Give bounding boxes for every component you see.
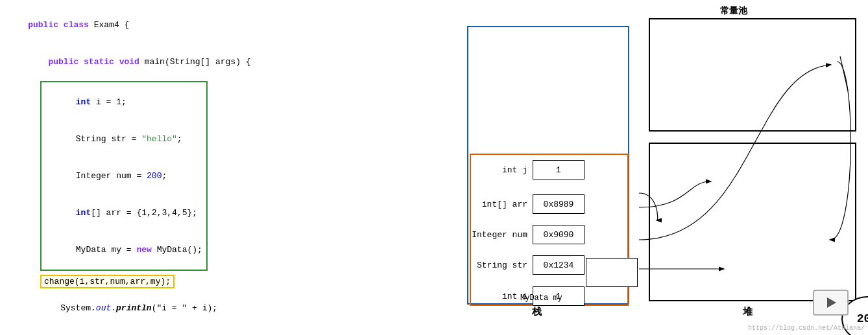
stack-cell-str: 0x1234 bbox=[533, 255, 585, 275]
code-println-2: System.out.println("str = " + str); bbox=[40, 327, 459, 335]
code-println-1: System.out.println("i = " + i); bbox=[40, 290, 459, 327]
change-call-line: change(i,str,num,arr,my); bbox=[40, 275, 459, 288]
stack-label-str: String str bbox=[471, 260, 533, 270]
watermark: https://blog.csdn.net/Athlana/ bbox=[748, 325, 865, 332]
stack-cell-arr: 0x8989 bbox=[533, 194, 585, 214]
stack-label-arr: int[] arr bbox=[471, 200, 533, 209]
stack-var-j: int j 1 bbox=[471, 160, 585, 179]
code-panel: public class Exam4 { public static void … bbox=[0, 0, 467, 335]
play-button[interactable] bbox=[813, 290, 849, 316]
mydata-box bbox=[586, 258, 638, 287]
stack-var-arr: int[] arr 0x8989 bbox=[471, 194, 585, 214]
stack-var-num: Integer num 0x9090 bbox=[471, 225, 585, 244]
code-line-4: String str = "hello"; bbox=[45, 121, 202, 157]
svg-marker-0 bbox=[827, 297, 836, 308]
stack-cell-num: 0x9090 bbox=[533, 225, 585, 244]
code-line-5: Integer num = 200; bbox=[45, 157, 202, 194]
code-line-1: public class Exam4 { bbox=[8, 6, 459, 43]
heap-box: 200 1 2 3 4 5 [0] [1] [2] [3] [4] int a … bbox=[649, 143, 856, 301]
stack-label-j: int j bbox=[471, 165, 533, 175]
stack-label-num: Integer num bbox=[471, 230, 533, 240]
diagram-panel: 常量池 hello 200 1 2 3 4 5 [0] [1] [2] [3] … bbox=[467, 0, 868, 335]
const-pool-box: hello bbox=[649, 18, 856, 132]
mydata-label: MyData my bbox=[520, 294, 562, 303]
code-line-2: public static void main(String[] args) { bbox=[8, 43, 459, 80]
code-line-3: int i = 1; bbox=[45, 84, 202, 121]
code-line-6: int[] arr = {1,2,3,4,5}; bbox=[45, 194, 202, 231]
heap-label: 堆 bbox=[743, 306, 753, 318]
code-line-7: MyData my = new MyData(); bbox=[45, 231, 202, 268]
zhan-label: 栈 bbox=[532, 306, 542, 318]
change-call-box: change(i,str,num,arr,my); bbox=[40, 275, 175, 288]
changliangchi-label: 常量池 bbox=[720, 5, 747, 17]
stack-var-str: String str 0x1234 bbox=[471, 255, 585, 275]
stack-cell-j: 1 bbox=[533, 160, 585, 179]
